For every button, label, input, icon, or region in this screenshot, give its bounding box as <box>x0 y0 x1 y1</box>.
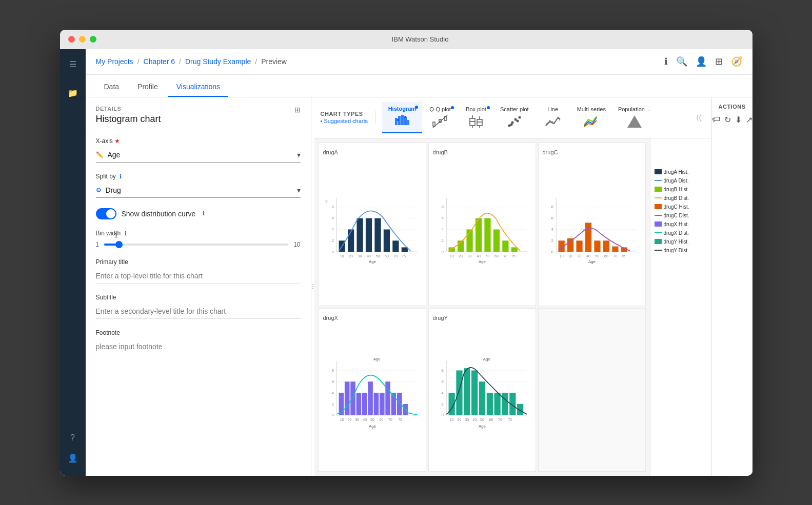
legend-label-drugb-hist: drugB Hist. <box>664 187 689 192</box>
svg-rect-163 <box>502 393 508 415</box>
chart-type-multiseries[interactable]: Multi-series <box>571 102 612 133</box>
close-button[interactable] <box>68 36 75 43</box>
splitby-info-icon[interactable]: ℹ <box>120 173 122 179</box>
grid-icon[interactable]: ⊞ <box>715 56 723 67</box>
legend-color-druga-hist <box>655 169 662 174</box>
svg-rect-40 <box>348 229 354 252</box>
slider-track[interactable]: 1 <box>104 244 288 246</box>
svg-text:75: 75 <box>402 254 406 258</box>
primary-title-input[interactable] <box>96 269 301 284</box>
legend-color-drugx-hist <box>655 221 662 227</box>
distribution-toggle[interactable] <box>96 208 116 219</box>
slider-thumb[interactable]: 1 <box>115 241 123 248</box>
svg-text:40: 40 <box>477 254 481 258</box>
svg-rect-41 <box>357 218 363 251</box>
svg-point-22 <box>518 116 521 119</box>
info-icon[interactable]: ℹ <box>664 56 668 67</box>
svg-text:60: 60 <box>489 418 493 421</box>
distribution-toggle-row: Show distribution curve ℹ <box>96 208 301 219</box>
svg-text:2: 2 <box>441 238 443 243</box>
legend-drugb-hist: drugB Hist. <box>655 187 707 192</box>
tag-icon[interactable]: 🏷 <box>712 115 720 125</box>
tabs-bar: Data Profile Visualizations <box>86 75 752 97</box>
svg-text:Age: Age <box>369 259 377 264</box>
xaxis-label: X-axis ★ <box>96 137 301 145</box>
bin-width-info-icon[interactable]: ℹ <box>125 230 127 236</box>
legend-label-drugx-hist: drugX Hist. <box>664 221 689 227</box>
tab-visualizations[interactable]: Visualizations <box>168 77 228 97</box>
user-icon[interactable]: 👤 <box>64 449 82 468</box>
svg-rect-74 <box>511 247 517 252</box>
app-window: IBM Watson Studio ☰ 📁 ? 👤 My Projects / … <box>60 30 752 476</box>
breadcrumb-drugsstudy[interactable]: Drug Study Example <box>185 57 251 66</box>
svg-text:10: 10 <box>449 418 453 421</box>
svg-text:2: 2 <box>551 238 553 243</box>
share-icon[interactable]: ↗ <box>746 115 752 125</box>
svg-rect-160 <box>479 381 485 415</box>
chart-type-histogram[interactable]: Histogram <box>382 102 422 133</box>
svg-text:75: 75 <box>398 418 402 421</box>
svg-rect-133 <box>397 393 402 415</box>
expand-icon[interactable]: ⊞ <box>294 106 301 114</box>
nav-sidebar: ☰ 📁 ? 👤 <box>60 49 86 476</box>
legend-panel: drugA Hist. drugA Dist. drugB Hist. <box>650 138 711 476</box>
chart-type-scatter[interactable]: Scatter plot <box>494 102 535 133</box>
svg-text:30: 30 <box>358 254 362 258</box>
legend-line-druga-dist <box>655 180 662 181</box>
folder-icon[interactable]: 📁 <box>64 84 82 103</box>
download-icon[interactable]: ⬇ <box>735 115 742 125</box>
legend-line-drugc-dist <box>655 215 662 216</box>
details-chart-title: Histogram chart <box>96 114 161 125</box>
svg-text:50: 50 <box>485 254 489 258</box>
menu-icon[interactable]: ☰ <box>64 55 82 74</box>
chart-type-line[interactable]: Line <box>535 102 571 133</box>
svg-text:6: 6 <box>441 216 444 220</box>
chart-grid-area: drugA <box>314 138 711 476</box>
footnote-field: Footnote <box>96 329 301 354</box>
svg-rect-71 <box>484 218 490 251</box>
svg-rect-96 <box>567 238 573 251</box>
svg-rect-124 <box>344 381 349 415</box>
svg-rect-162 <box>494 393 500 415</box>
tab-profile[interactable]: Profile <box>129 77 166 97</box>
svg-rect-45 <box>392 240 399 252</box>
chart-type-boxplot[interactable]: Box plot <box>458 102 494 133</box>
user-profile-icon[interactable]: 👤 <box>696 56 707 67</box>
svg-text:10: 10 <box>559 254 563 258</box>
search-icon[interactable]: 🔍 <box>676 56 687 67</box>
svg-text:20: 20 <box>457 418 461 421</box>
fullscreen-button[interactable] <box>90 36 96 43</box>
refresh-icon[interactable]: ↻ <box>724 115 731 125</box>
svg-text:0: 0 <box>331 249 334 254</box>
svg-rect-97 <box>576 240 582 252</box>
qqplot-dot <box>451 106 454 109</box>
splitby-input[interactable]: ⚙ Drug ▾ <box>96 183 301 198</box>
chart-type-population[interactable]: Population ... <box>612 102 657 133</box>
chart-types-collapse[interactable]: ⟨⟨ <box>692 113 705 122</box>
distribution-info-icon[interactable]: ℹ <box>203 210 205 217</box>
primary-title-field: Primary title <box>96 258 301 284</box>
legend-label-drugy-dist: drugY Dist. <box>664 248 689 253</box>
chart-title-drugx: drugX <box>323 315 422 321</box>
minimize-button[interactable] <box>79 36 86 43</box>
help-icon[interactable]: ? <box>64 429 82 447</box>
chart-title-drugy: drugY <box>433 315 531 321</box>
subtitle-input[interactable] <box>96 304 301 319</box>
xaxis-input[interactable]: ✏️ Age ▾ <box>96 148 301 163</box>
svg-text:70: 70 <box>393 254 398 258</box>
compass-icon[interactable]: 🧭 <box>731 56 742 67</box>
svg-rect-161 <box>486 393 492 415</box>
footnote-input[interactable] <box>96 339 301 354</box>
svg-text:20: 20 <box>459 254 463 258</box>
tab-data[interactable]: Data <box>96 77 128 97</box>
splitby-label: Split by ℹ <box>96 173 301 180</box>
chart-type-qqplot[interactable]: Q-Q plot <box>422 102 458 133</box>
svg-text:Age: Age <box>369 424 377 429</box>
breadcrumb-myprojects[interactable]: My Projects <box>96 57 133 66</box>
svg-text:30: 30 <box>355 418 359 421</box>
suggested-charts-label[interactable]: • Suggested charts <box>321 118 369 124</box>
breadcrumb-chapter[interactable]: Chapter 6 <box>144 57 175 66</box>
bin-width-field: Bin width ℹ 1 1 <box>96 230 301 248</box>
app-layout: ☰ 📁 ? 👤 My Projects / Chapter 6 / Drug S… <box>60 49 752 476</box>
histogram-dot <box>415 106 418 109</box>
